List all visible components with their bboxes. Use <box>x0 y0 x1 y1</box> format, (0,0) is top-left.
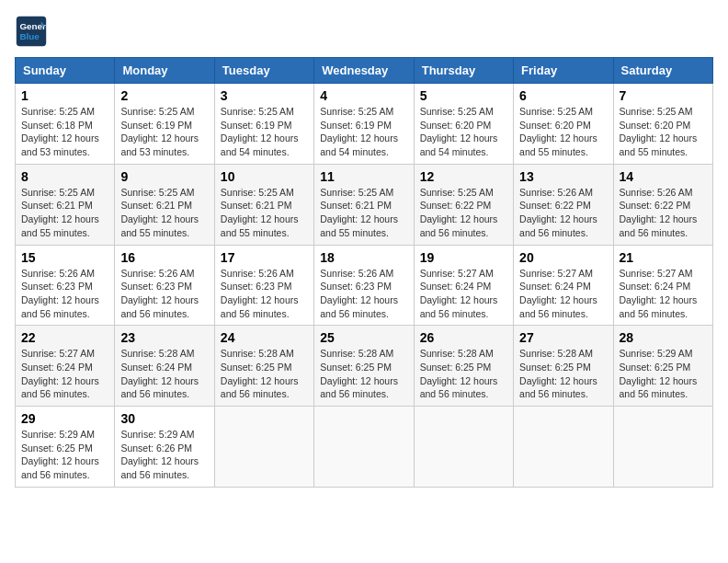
calendar-cell: 23Sunrise: 5:28 AMSunset: 6:24 PMDayligh… <box>115 326 214 407</box>
day-number: 2 <box>120 88 208 103</box>
day-info: Sunrise: 5:29 AMSunset: 6:25 PMDaylight:… <box>21 428 108 482</box>
day-info: Sunrise: 5:29 AMSunset: 6:25 PMDaylight:… <box>620 347 707 401</box>
day-info: Sunrise: 5:25 AMSunset: 6:19 PMDaylight:… <box>320 105 407 159</box>
svg-text:Blue: Blue <box>19 31 40 41</box>
day-info: Sunrise: 5:27 AMSunset: 6:24 PMDaylight:… <box>420 267 507 321</box>
week-row-5: 29Sunrise: 5:29 AMSunset: 6:25 PMDayligh… <box>16 407 713 488</box>
page-header: General Blue <box>15 15 713 48</box>
col-header-thursday: Thursday <box>414 58 513 84</box>
day-number: 25 <box>320 330 407 345</box>
calendar-cell: 17Sunrise: 5:26 AMSunset: 6:23 PMDayligh… <box>214 245 313 326</box>
day-number: 6 <box>519 88 607 103</box>
day-number: 21 <box>620 250 707 265</box>
week-row-3: 15Sunrise: 5:26 AMSunset: 6:23 PMDayligh… <box>16 245 713 326</box>
calendar-cell: 7Sunrise: 5:25 AMSunset: 6:20 PMDaylight… <box>613 84 712 165</box>
calendar-cell: 8Sunrise: 5:25 AMSunset: 6:21 PMDaylight… <box>16 164 115 245</box>
calendar-cell: 25Sunrise: 5:28 AMSunset: 6:25 PMDayligh… <box>314 326 414 407</box>
logo-icon: General Blue <box>15 15 48 48</box>
calendar-cell: 1Sunrise: 5:25 AMSunset: 6:18 PMDaylight… <box>16 84 115 165</box>
day-number: 12 <box>420 169 507 184</box>
calendar-cell: 30Sunrise: 5:29 AMSunset: 6:26 PMDayligh… <box>115 407 214 488</box>
calendar-cell <box>514 407 613 488</box>
calendar-cell: 13Sunrise: 5:26 AMSunset: 6:22 PMDayligh… <box>514 164 613 245</box>
day-number: 28 <box>620 330 707 345</box>
calendar-cell: 29Sunrise: 5:29 AMSunset: 6:25 PMDayligh… <box>16 407 115 488</box>
calendar-cell: 3Sunrise: 5:25 AMSunset: 6:19 PMDaylight… <box>214 84 313 165</box>
calendar-cell: 22Sunrise: 5:27 AMSunset: 6:24 PMDayligh… <box>16 326 115 407</box>
col-header-tuesday: Tuesday <box>214 58 313 84</box>
calendar-cell: 11Sunrise: 5:25 AMSunset: 6:21 PMDayligh… <box>314 164 414 245</box>
day-number: 4 <box>320 88 407 103</box>
calendar-cell: 18Sunrise: 5:26 AMSunset: 6:23 PMDayligh… <box>314 245 414 326</box>
day-info: Sunrise: 5:29 AMSunset: 6:26 PMDaylight:… <box>120 428 208 482</box>
week-row-4: 22Sunrise: 5:27 AMSunset: 6:24 PMDayligh… <box>16 326 713 407</box>
day-info: Sunrise: 5:26 AMSunset: 6:22 PMDaylight:… <box>620 186 707 240</box>
day-info: Sunrise: 5:28 AMSunset: 6:24 PMDaylight:… <box>120 347 208 401</box>
col-header-friday: Friday <box>514 58 613 84</box>
day-number: 23 <box>120 330 208 345</box>
calendar-cell: 26Sunrise: 5:28 AMSunset: 6:25 PMDayligh… <box>414 326 513 407</box>
calendar-cell: 9Sunrise: 5:25 AMSunset: 6:21 PMDaylight… <box>115 164 214 245</box>
day-number: 14 <box>620 169 707 184</box>
day-info: Sunrise: 5:25 AMSunset: 6:21 PMDaylight:… <box>221 186 308 240</box>
week-row-2: 8Sunrise: 5:25 AMSunset: 6:21 PMDaylight… <box>16 164 713 245</box>
calendar-cell: 28Sunrise: 5:29 AMSunset: 6:25 PMDayligh… <box>613 326 712 407</box>
calendar-cell <box>214 407 313 488</box>
week-row-1: 1Sunrise: 5:25 AMSunset: 6:18 PMDaylight… <box>16 84 713 165</box>
calendar-cell: 6Sunrise: 5:25 AMSunset: 6:20 PMDaylight… <box>514 84 613 165</box>
day-info: Sunrise: 5:28 AMSunset: 6:25 PMDaylight:… <box>519 347 607 401</box>
day-number: 27 <box>519 330 607 345</box>
day-number: 9 <box>120 169 208 184</box>
day-info: Sunrise: 5:25 AMSunset: 6:19 PMDaylight:… <box>221 105 308 159</box>
day-number: 24 <box>221 330 308 345</box>
svg-text:General: General <box>19 21 48 31</box>
calendar-cell <box>613 407 712 488</box>
day-number: 18 <box>320 250 407 265</box>
day-info: Sunrise: 5:28 AMSunset: 6:25 PMDaylight:… <box>420 347 507 401</box>
calendar-cell: 21Sunrise: 5:27 AMSunset: 6:24 PMDayligh… <box>613 245 712 326</box>
day-info: Sunrise: 5:27 AMSunset: 6:24 PMDaylight:… <box>620 267 707 321</box>
calendar-cell: 15Sunrise: 5:26 AMSunset: 6:23 PMDayligh… <box>16 245 115 326</box>
day-number: 13 <box>519 169 607 184</box>
day-info: Sunrise: 5:25 AMSunset: 6:21 PMDaylight:… <box>120 186 208 240</box>
day-info: Sunrise: 5:26 AMSunset: 6:23 PMDaylight:… <box>320 267 407 321</box>
day-info: Sunrise: 5:26 AMSunset: 6:23 PMDaylight:… <box>21 267 108 321</box>
day-number: 20 <box>519 250 607 265</box>
day-info: Sunrise: 5:25 AMSunset: 6:20 PMDaylight:… <box>420 105 507 159</box>
calendar-cell: 19Sunrise: 5:27 AMSunset: 6:24 PMDayligh… <box>414 245 513 326</box>
day-info: Sunrise: 5:25 AMSunset: 6:19 PMDaylight:… <box>120 105 208 159</box>
day-info: Sunrise: 5:25 AMSunset: 6:18 PMDaylight:… <box>21 105 108 159</box>
day-number: 29 <box>21 411 108 426</box>
day-info: Sunrise: 5:26 AMSunset: 6:22 PMDaylight:… <box>519 186 607 240</box>
calendar-cell: 27Sunrise: 5:28 AMSunset: 6:25 PMDayligh… <box>514 326 613 407</box>
day-info: Sunrise: 5:28 AMSunset: 6:25 PMDaylight:… <box>221 347 308 401</box>
logo: General Blue <box>15 15 48 48</box>
calendar-cell: 14Sunrise: 5:26 AMSunset: 6:22 PMDayligh… <box>613 164 712 245</box>
day-number: 11 <box>320 169 407 184</box>
day-number: 17 <box>221 250 308 265</box>
day-info: Sunrise: 5:25 AMSunset: 6:21 PMDaylight:… <box>320 186 407 240</box>
day-number: 30 <box>120 411 208 426</box>
calendar-table: SundayMondayTuesdayWednesdayThursdayFrid… <box>15 57 713 488</box>
col-header-wednesday: Wednesday <box>314 58 414 84</box>
day-info: Sunrise: 5:25 AMSunset: 6:22 PMDaylight:… <box>420 186 507 240</box>
day-info: Sunrise: 5:27 AMSunset: 6:24 PMDaylight:… <box>21 347 108 401</box>
day-number: 5 <box>420 88 507 103</box>
calendar-cell <box>314 407 414 488</box>
day-number: 16 <box>120 250 208 265</box>
day-number: 7 <box>620 88 707 103</box>
calendar-cell: 10Sunrise: 5:25 AMSunset: 6:21 PMDayligh… <box>214 164 313 245</box>
col-header-saturday: Saturday <box>613 58 712 84</box>
day-number: 19 <box>420 250 507 265</box>
day-number: 3 <box>221 88 308 103</box>
col-header-monday: Monday <box>115 58 214 84</box>
day-number: 1 <box>21 88 108 103</box>
day-info: Sunrise: 5:25 AMSunset: 6:20 PMDaylight:… <box>519 105 607 159</box>
day-info: Sunrise: 5:27 AMSunset: 6:24 PMDaylight:… <box>519 267 607 321</box>
day-number: 26 <box>420 330 507 345</box>
day-info: Sunrise: 5:25 AMSunset: 6:20 PMDaylight:… <box>620 105 707 159</box>
day-number: 10 <box>221 169 308 184</box>
header-row: SundayMondayTuesdayWednesdayThursdayFrid… <box>16 58 713 84</box>
col-header-sunday: Sunday <box>16 58 115 84</box>
day-number: 8 <box>21 169 108 184</box>
